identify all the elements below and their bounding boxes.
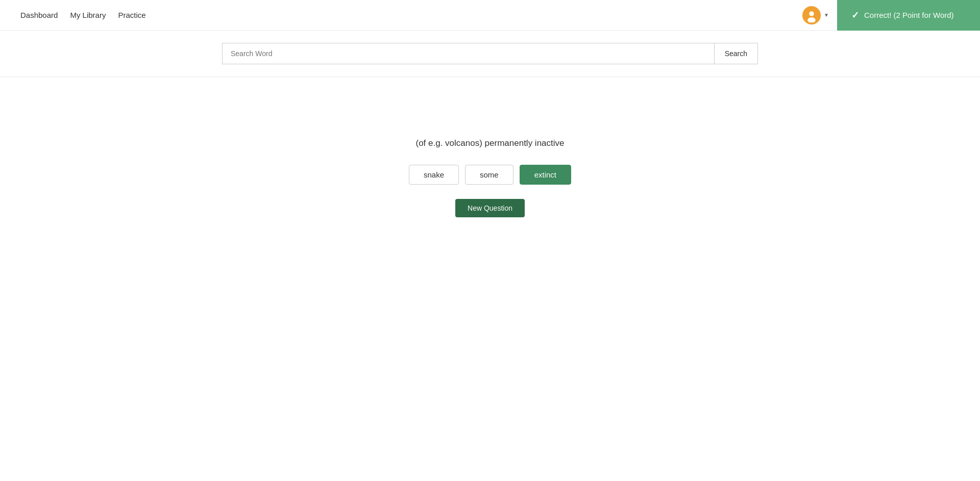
avatar-chevron: ▼ [824,12,829,18]
svg-point-1 [809,11,814,16]
main-content: (of e.g. volcanos) permanently inactive … [0,77,980,217]
nav-links: Dashboard My Library Practice [20,11,146,19]
search-input[interactable] [222,43,714,64]
success-notification: ✓ Correct! (2 Point for Word) [837,0,980,31]
search-bar-wrapper: Search [222,43,758,64]
nav-my-library[interactable]: My Library [70,11,106,19]
search-section: Search [0,31,980,77]
avatar-icon [804,8,819,22]
nav-practice[interactable]: Practice [118,11,145,19]
answer-option-some[interactable]: some [465,165,513,185]
avatar-wrapper[interactable]: ▼ [794,6,837,24]
avatar [802,6,821,24]
answer-option-snake[interactable]: snake [409,165,459,185]
answer-option-extinct[interactable]: extinct [520,165,571,185]
nav-right: ▼ ✓ Correct! (2 Point for Word) [794,0,980,30]
new-question-button[interactable]: New Question [455,199,525,217]
nav-dashboard[interactable]: Dashboard [20,11,58,19]
search-button[interactable]: Search [714,43,758,64]
checkmark-icon: ✓ [851,10,859,21]
notification-text: Correct! (2 Point for Word) [864,11,954,19]
question-definition: (of e.g. volcanos) permanently inactive [415,138,564,148]
answer-options: snake some extinct [409,165,571,185]
navbar: Dashboard My Library Practice ▼ ✓ Correc… [0,0,980,31]
